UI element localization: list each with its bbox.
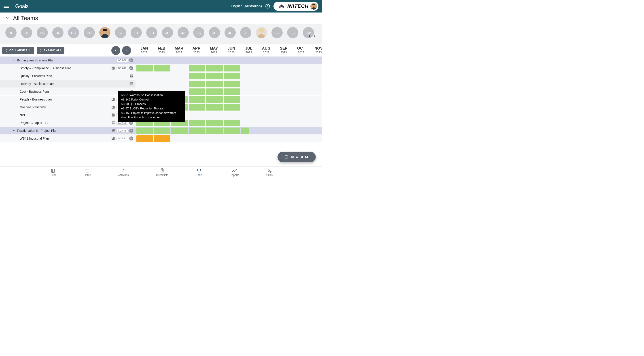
gantt-bar[interactable] [224, 57, 240, 64]
gantt-bar[interactable] [171, 57, 188, 64]
assignee-avatar[interactable]: RJ [129, 66, 133, 70]
gantt-bar[interactable] [189, 65, 205, 71]
dashboard-icon[interactable] [111, 66, 115, 70]
nav-home[interactable]: Home [84, 168, 91, 177]
nav-guide[interactable]: Guide [50, 168, 56, 177]
gantt-bar[interactable] [206, 57, 223, 64]
gantt-row[interactable]: Machine ReliabilityGOA-45PM [0, 103, 136, 111]
gantt-bar[interactable] [224, 88, 240, 95]
gantt-bar[interactable] [189, 73, 205, 79]
gantt-bar[interactable] [224, 96, 240, 103]
gantt-row[interactable]: Cost - Business Plan [0, 88, 136, 96]
avatar-JH[interactable]: JH [162, 27, 173, 38]
more-options-icon[interactable]: ⋯ [312, 35, 317, 38]
gantt-bar[interactable] [224, 65, 240, 71]
gantt-bar[interactable] [136, 57, 153, 64]
gantt-bar[interactable] [171, 128, 188, 134]
gantt-bar[interactable] [154, 57, 170, 64]
gantt-bar[interactable] [206, 81, 223, 87]
gantt-bar[interactable] [224, 73, 240, 79]
expand-all-button[interactable]: EXPAND ALL [37, 47, 64, 54]
avatar-IH[interactable]: IH [130, 27, 142, 38]
gantt-bar[interactable] [206, 128, 223, 134]
dashboard-icon[interactable] [111, 137, 115, 141]
collapse-all-button[interactable]: COLLAPSE ALL [2, 47, 34, 54]
gantt-row[interactable]: Fractionation II - Project PlanGOA-48WK [0, 127, 136, 135]
gantt-bar[interactable] [189, 128, 205, 134]
nav-activities[interactable]: Activities [118, 168, 129, 177]
gantt-row[interactable]: Delivery - Business Plan [0, 80, 136, 88]
language-selector[interactable]: English (Australian) [231, 4, 262, 8]
help-icon[interactable]: ? [266, 4, 270, 8]
nav-checklists[interactable]: Checklists [156, 168, 168, 177]
gantt-bar[interactable] [206, 120, 223, 126]
expand-toggle-icon[interactable] [12, 129, 16, 133]
gantt-bar[interactable] [189, 57, 205, 64]
avatar-JZ[interactable]: JZ [178, 27, 189, 38]
gantt-bar[interactable] [154, 65, 170, 71]
gantt-bar[interactable] [189, 81, 205, 87]
avatar-JS[interactable]: JS [287, 27, 298, 38]
gantt-bar[interactable] [189, 88, 205, 95]
avatar-IO[interactable]: IO [115, 27, 126, 38]
gantt-row[interactable]: WS#1 Industrial PlanGOA-51WK [0, 135, 136, 143]
gantt-bar[interactable] [224, 120, 240, 126]
dashboard-icon[interactable] [111, 129, 115, 133]
hamburger-menu-icon[interactable] [4, 3, 9, 9]
gantt-next-button[interactable] [122, 46, 131, 55]
brand-badge[interactable]: INITECH [274, 2, 318, 11]
gantt-bar[interactable] [136, 128, 153, 134]
nav-reports[interactable]: Reports [230, 168, 239, 177]
gantt-bar[interactable] [189, 104, 205, 111]
gantt-bar[interactable] [206, 96, 223, 103]
gantt-prev-button[interactable] [111, 46, 120, 55]
avatar-JL[interactable]: JL [224, 27, 236, 38]
dashboard-icon[interactable] [111, 105, 115, 109]
avatar-HG[interactable]: HG [68, 27, 79, 38]
nav-goals[interactable]: Goals [196, 168, 202, 177]
avatar-photo-16[interactable] [256, 27, 267, 38]
avatar-JC[interactable]: JC [193, 27, 204, 38]
gantt-row[interactable]: Quality - Business Plan [0, 72, 136, 80]
assignee-avatar[interactable]: WK [129, 129, 133, 133]
avatar-photo-6[interactable] [99, 27, 110, 38]
assignee-avatar[interactable]: WK [129, 58, 133, 62]
gantt-bar[interactable] [206, 65, 223, 71]
user-avatar[interactable] [310, 3, 317, 9]
gantt-row[interactable]: Birmingham Business PlanGOA-39WK [0, 56, 136, 64]
gantt-row[interactable]: Project-Catapult - F22GOA-80WK [0, 119, 136, 127]
gantt-bar[interactable] [206, 88, 223, 95]
gantt-row[interactable]: Safety & Compliance - Business PlanGOA-4… [0, 64, 136, 72]
gantt-bar[interactable] [206, 73, 223, 79]
avatar-HC[interactable]: HC [37, 27, 48, 38]
assignee-avatar[interactable]: WK [129, 137, 133, 141]
dashboard-icon[interactable] [111, 113, 115, 117]
gantt-bar[interactable] [154, 128, 170, 134]
gantt-bar[interactable] [241, 128, 249, 134]
gantt-bar[interactable] [241, 57, 258, 64]
avatar-HF[interactable]: HF [21, 27, 32, 38]
gantt-bar[interactable] [154, 135, 170, 142]
gantt-row[interactable]: NPDGOA-76WK [0, 111, 136, 119]
avatar-JH[interactable]: JH [146, 27, 158, 38]
gantt-bar[interactable] [224, 104, 240, 111]
new-goal-button[interactable]: NEW GOAL [278, 152, 316, 162]
dashboard-icon[interactable] [129, 82, 133, 86]
gantt-bar[interactable] [189, 120, 205, 126]
expand-toggle-icon[interactable] [12, 58, 16, 62]
avatar-JL[interactable]: JL [240, 27, 251, 38]
avatar-HH[interactable]: HH [84, 27, 95, 38]
gantt-bar[interactable] [258, 57, 275, 64]
avatar-HS[interactable]: HS [5, 27, 16, 38]
strip-next-icon[interactable] [308, 34, 311, 38]
gantt-bar[interactable] [136, 135, 153, 142]
chevron-down-icon[interactable] [5, 16, 10, 21]
dashboard-icon[interactable] [111, 121, 115, 125]
gantt-bar[interactable] [206, 104, 223, 111]
gantt-bar[interactable] [189, 96, 205, 103]
dashboard-icon[interactable] [111, 97, 115, 101]
dashboard-icon[interactable] [129, 74, 133, 78]
gantt-bar[interactable] [224, 81, 240, 87]
nav-skills[interactable]: Skills [266, 168, 272, 177]
avatar-JG[interactable]: JG [272, 27, 283, 38]
